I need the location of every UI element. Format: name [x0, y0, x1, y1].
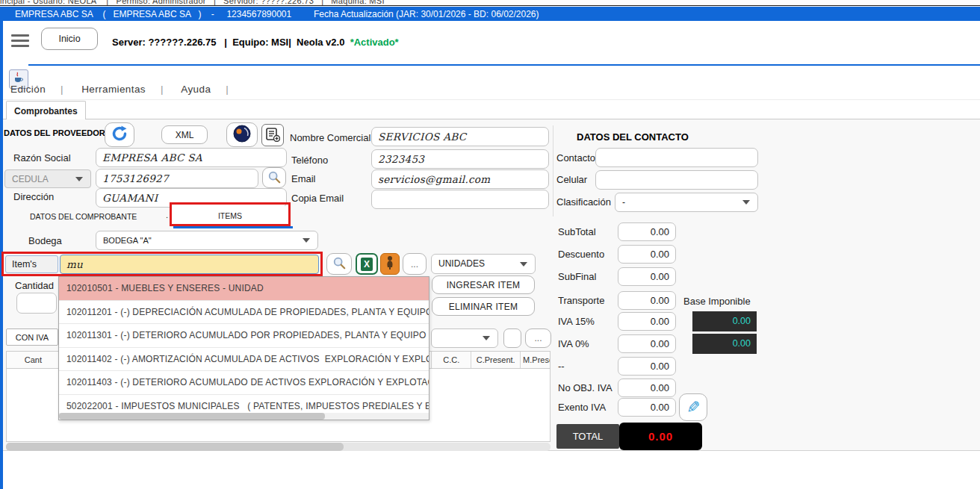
contacto-label: Contacto [556, 152, 595, 163]
contacto-section-title: DATOS DEL CONTACTO [577, 131, 689, 143]
cedula-search-button[interactable] [262, 167, 286, 188]
title-update-date: Fecha Actualización (JAR: 30/01/2026 - B… [314, 9, 539, 19]
chevron-down-icon [75, 177, 83, 181]
search-icon [267, 170, 281, 186]
refresh-icon [111, 125, 128, 145]
column-header-cc[interactable]: C.C. [431, 352, 471, 368]
suggestion-item[interactable]: 102011201 - (-) DEPRECIACIÓN ACUMULADA D… [59, 300, 429, 324]
xml-button[interactable]: XML [161, 125, 208, 144]
cantidad-label: Cantidad [15, 280, 54, 291]
totals-row: Exento IVA0.00 [558, 398, 677, 417]
tab-dot: . [166, 211, 168, 219]
celular-field[interactable] [595, 170, 758, 190]
total-label: TOTAL [556, 424, 619, 449]
tab-strip: Comprobantes [3, 99, 980, 119]
row-blank-button[interactable] [503, 328, 521, 348]
tipo-identificacion-select[interactable]: CEDULA [4, 169, 91, 188]
suggestion-item[interactable]: 102011301 - (-) DETERIORO ACUMULADO POR … [59, 323, 429, 347]
unidades-select[interactable]: UNIDADES [431, 254, 536, 274]
bodega-select[interactable]: BODEGA "A" [96, 231, 318, 250]
column-header-cant[interactable]: Cant [7, 352, 61, 368]
no-obj-iva-value[interactable]: 0.00 [618, 379, 676, 397]
suggestion-item[interactable]: 102011402 - (-) AMORTIZACIÓN ACUMULADA D… [59, 347, 429, 371]
copia-email-field[interactable] [371, 190, 549, 209]
tab-datos-comprobante[interactable]: DATOS DEL COMPROBANTE [30, 212, 137, 221]
clasificacion-select[interactable]: - [615, 193, 758, 212]
tab-items[interactable]: ITEMS [172, 206, 288, 225]
menu-separator: | [161, 84, 164, 95]
new-form-button[interactable] [261, 124, 284, 146]
menu-bar: Edición| Herramientas| Ayuda| [10, 84, 244, 99]
totals-row: SubTotal0.00 [558, 222, 677, 241]
column-header-cpresent[interactable]: C.Present. [471, 352, 521, 368]
column-header-mpresent[interactable]: M.Present. [521, 352, 550, 368]
menu-separator: | [61, 84, 63, 95]
refresh-button[interactable] [105, 122, 134, 147]
transporte-value[interactable]: 0.00 [618, 291, 676, 310]
nombre-comercial-field[interactable]: SERVICIOS ABC [371, 127, 549, 146]
cedula-field[interactable]: 1753126927 [96, 169, 258, 188]
iva0-value[interactable]: 0.00 [618, 334, 676, 353]
item-suggestion-popup: 102010501 - MUEBLES Y ENSERES - UNIDAD 1… [58, 276, 429, 420]
base-imponible-label: Base Imponible [683, 296, 751, 307]
search-icon [332, 256, 346, 272]
eliminar-item-button[interactable]: ELIMINAR ITEM [432, 297, 535, 316]
suggestion-item[interactable]: 102011403 - (-) DETERIORO ACUMULADO DE A… [59, 370, 429, 394]
razon-social-field[interactable]: EMPRESA ABC SA [96, 148, 287, 167]
clasificacion-label: Clasificación [556, 196, 611, 208]
window-title-bar: EMPRESA ABC SA ( EMPRESA ABC SA ) - 1234… [0, 7, 980, 21]
item-search-button[interactable] [326, 253, 352, 275]
iva15-label: IVA 15% [558, 312, 595, 331]
dash-row-value[interactable]: 0.00 [618, 357, 676, 376]
scrollbar-thumb[interactable] [6, 443, 344, 451]
direccion-field[interactable]: GUAMANI [96, 188, 287, 208]
dash-row-label: -- [558, 357, 565, 376]
exento-iva-value[interactable]: 0.00 [618, 398, 676, 417]
row-more-button[interactable]: ... [525, 328, 551, 348]
edit-exento-button[interactable] [679, 393, 707, 421]
items-label: Item's [5, 255, 58, 273]
application-window: incipal - Usuario: NEOLA | Permiso: Admi… [0, 0, 980, 489]
suggestion-item[interactable]: 102010501 - MUEBLES Y ENSERES - UNIDAD [59, 277, 429, 300]
nombre-comercial-label: Nombre Comercial [290, 132, 370, 143]
direccion-label: Dirección [13, 191, 54, 202]
server-info-text: Server: ??????.226.75 | Equipo: MSI| Neo… [112, 37, 350, 48]
hamburger-menu-icon[interactable] [11, 34, 31, 49]
no-obj-iva-label: No OBJ. IVA [558, 379, 612, 397]
server-info: Server: ??????.226.75 | Equipo: MSI| Neo… [112, 37, 399, 48]
person-icon [385, 255, 395, 272]
menu-herramientas[interactable]: Herramientas [81, 84, 146, 95]
cantidad-input[interactable] [16, 293, 57, 314]
iva15-value[interactable]: 0.00 [618, 312, 676, 331]
contacto-field[interactable] [595, 148, 758, 167]
descuento-value[interactable]: 0.00 [618, 245, 676, 264]
subfinal-value[interactable]: 0.00 [618, 267, 676, 286]
copia-email-label: Copia Email [291, 193, 344, 204]
excel-icon [361, 258, 373, 271]
totals-row: IVA 0%0.00 [558, 334, 677, 353]
items-search-input[interactable]: mu [60, 255, 319, 274]
chevron-down-icon [742, 200, 750, 205]
ingresar-item-button[interactable]: INGRESAR ITEM [432, 275, 535, 294]
chevron-down-icon [303, 238, 310, 243]
globe-button[interactable] [226, 122, 258, 147]
activado-status: *Activado* [350, 37, 399, 48]
email-field[interactable]: servicios@gmail.com [371, 169, 549, 189]
active-tab-underline [173, 226, 293, 228]
item-more-button[interactable]: ... [403, 253, 427, 275]
row-option-select[interactable] [431, 328, 498, 348]
tab-comprobantes[interactable]: Comprobantes [6, 101, 86, 121]
person-button[interactable] [380, 253, 400, 275]
con-iva-toggle[interactable]: CON IVA [6, 328, 58, 346]
transporte-label: Transporte [558, 291, 604, 310]
scrollbar-thumb[interactable] [59, 413, 325, 420]
inicio-button[interactable]: Inicio [41, 28, 98, 50]
subtotal-value[interactable]: 0.00 [618, 222, 676, 241]
telefono-field[interactable]: 2323453 [371, 149, 549, 169]
totals-row: SubFinal0.00 [558, 267, 677, 286]
base-imponible-iva15: 0.00 [692, 311, 757, 331]
chevron-down-icon [483, 336, 490, 340]
excel-export-button[interactable] [356, 253, 378, 275]
menu-ayuda[interactable]: Ayuda [181, 84, 211, 95]
menu-edicion[interactable]: Edición [10, 84, 46, 95]
